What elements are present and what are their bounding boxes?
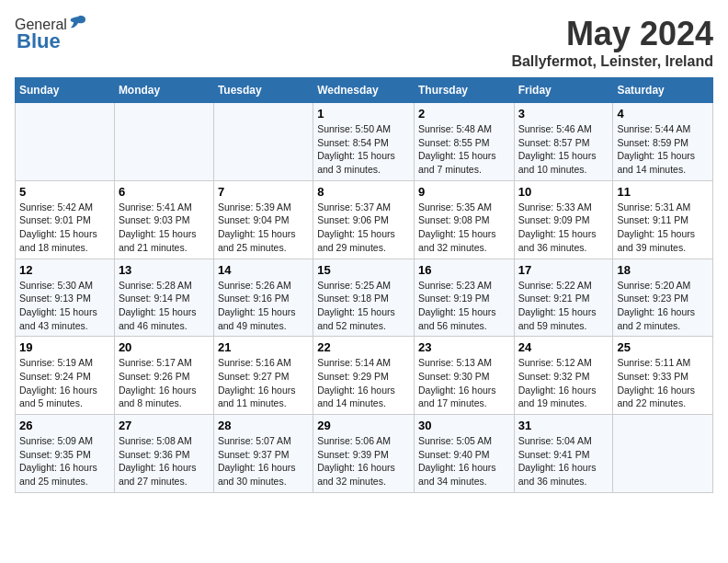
day-number: 17 [518, 263, 609, 277]
day-number: 16 [418, 263, 510, 277]
col-monday: Monday [114, 78, 213, 103]
day-info: Sunrise: 5:04 AMSunset: 9:41 PMDaylight:… [518, 434, 609, 488]
col-thursday: Thursday [414, 78, 514, 103]
day-number: 13 [119, 263, 210, 277]
calendar-cell: 23Sunrise: 5:13 AMSunset: 9:30 PMDayligh… [414, 337, 514, 415]
calendar-cell: 17Sunrise: 5:22 AMSunset: 9:21 PMDayligh… [514, 259, 613, 337]
calendar-cell: 22Sunrise: 5:14 AMSunset: 9:29 PMDayligh… [313, 337, 415, 415]
col-friday: Friday [514, 78, 613, 103]
calendar-cell: 24Sunrise: 5:12 AMSunset: 9:32 PMDayligh… [514, 337, 613, 415]
calendar-cell: 18Sunrise: 5:20 AMSunset: 9:23 PMDayligh… [613, 259, 713, 337]
calendar-cell: 28Sunrise: 5:07 AMSunset: 9:37 PMDayligh… [213, 415, 313, 493]
day-info: Sunrise: 5:07 AMSunset: 9:37 PMDaylight:… [218, 434, 309, 488]
calendar-cell [213, 103, 313, 181]
day-number: 31 [518, 419, 609, 432]
day-number: 25 [617, 340, 709, 354]
day-info: Sunrise: 5:11 AMSunset: 9:33 PMDaylight:… [617, 356, 709, 410]
day-info: Sunrise: 5:16 AMSunset: 9:27 PMDaylight:… [218, 356, 309, 410]
day-info: Sunrise: 5:46 AMSunset: 8:57 PMDaylight:… [518, 122, 609, 177]
day-info: Sunrise: 5:19 AMSunset: 9:24 PMDaylight:… [19, 356, 110, 410]
day-info: Sunrise: 5:05 AMSunset: 9:40 PMDaylight:… [418, 434, 510, 488]
day-info: Sunrise: 5:30 AMSunset: 9:13 PMDaylight:… [19, 279, 110, 333]
day-number: 8 [317, 185, 410, 199]
calendar-cell: 19Sunrise: 5:19 AMSunset: 9:24 PMDayligh… [16, 337, 115, 415]
day-info: Sunrise: 5:13 AMSunset: 9:30 PMDaylight:… [418, 356, 510, 410]
calendar-week-row: 12Sunrise: 5:30 AMSunset: 9:13 PMDayligh… [16, 259, 713, 337]
day-info: Sunrise: 5:39 AMSunset: 9:04 PMDaylight:… [218, 201, 309, 255]
day-number: 21 [218, 340, 309, 354]
day-info: Sunrise: 5:08 AMSunset: 9:36 PMDaylight:… [119, 434, 210, 488]
day-number: 26 [19, 419, 110, 432]
day-info: Sunrise: 5:06 AMSunset: 9:39 PMDaylight:… [317, 434, 410, 488]
calendar-cell: 6Sunrise: 5:41 AMSunset: 9:03 PMDaylight… [114, 180, 213, 259]
col-saturday: Saturday [613, 78, 713, 103]
day-info: Sunrise: 5:48 AMSunset: 8:55 PMDaylight:… [418, 122, 510, 177]
calendar-week-row: 1Sunrise: 5:50 AMSunset: 8:54 PMDaylight… [16, 103, 713, 181]
title-area: May 2024 Ballyfermot, Leinster, Ireland [511, 15, 713, 70]
calendar-cell [16, 103, 115, 181]
calendar-cell: 5Sunrise: 5:42 AMSunset: 9:01 PMDaylight… [16, 180, 115, 259]
day-number: 19 [19, 340, 110, 354]
day-number: 15 [317, 263, 410, 277]
day-info: Sunrise: 5:09 AMSunset: 9:35 PMDaylight:… [19, 434, 110, 488]
day-info: Sunrise: 5:20 AMSunset: 9:23 PMDaylight:… [617, 279, 709, 333]
day-number: 11 [617, 185, 709, 199]
day-number: 27 [119, 419, 210, 432]
day-number: 3 [518, 107, 609, 121]
day-info: Sunrise: 5:23 AMSunset: 9:19 PMDaylight:… [418, 279, 510, 333]
calendar-cell: 12Sunrise: 5:30 AMSunset: 9:13 PMDayligh… [16, 259, 115, 337]
day-info: Sunrise: 5:31 AMSunset: 9:11 PMDaylight:… [617, 201, 709, 255]
day-number: 6 [119, 185, 210, 199]
calendar-cell: 25Sunrise: 5:11 AMSunset: 9:33 PMDayligh… [613, 337, 713, 415]
day-number: 7 [218, 185, 309, 199]
day-info: Sunrise: 5:12 AMSunset: 9:32 PMDaylight:… [518, 356, 609, 410]
calendar-cell: 14Sunrise: 5:26 AMSunset: 9:16 PMDayligh… [213, 259, 313, 337]
day-info: Sunrise: 5:25 AMSunset: 9:18 PMDaylight:… [317, 279, 410, 333]
calendar-cell: 9Sunrise: 5:35 AMSunset: 9:08 PMDaylight… [414, 180, 514, 259]
day-info: Sunrise: 5:35 AMSunset: 9:08 PMDaylight:… [418, 201, 510, 255]
day-number: 14 [218, 263, 309, 277]
calendar-week-row: 19Sunrise: 5:19 AMSunset: 9:24 PMDayligh… [16, 337, 713, 415]
day-info: Sunrise: 5:33 AMSunset: 9:09 PMDaylight:… [518, 201, 609, 255]
calendar-cell: 26Sunrise: 5:09 AMSunset: 9:35 PMDayligh… [16, 415, 115, 493]
day-info: Sunrise: 5:41 AMSunset: 9:03 PMDaylight:… [119, 201, 210, 255]
day-number: 30 [418, 419, 510, 432]
col-sunday: Sunday [16, 78, 115, 103]
day-number: 12 [19, 263, 110, 277]
col-tuesday: Tuesday [213, 78, 313, 103]
calendar-week-row: 26Sunrise: 5:09 AMSunset: 9:35 PMDayligh… [16, 415, 713, 493]
calendar-cell: 20Sunrise: 5:17 AMSunset: 9:26 PMDayligh… [114, 337, 213, 415]
day-info: Sunrise: 5:44 AMSunset: 8:59 PMDaylight:… [617, 122, 709, 177]
calendar-cell: 27Sunrise: 5:08 AMSunset: 9:36 PMDayligh… [114, 415, 213, 493]
calendar-cell: 8Sunrise: 5:37 AMSunset: 9:06 PMDaylight… [313, 180, 415, 259]
calendar-cell: 21Sunrise: 5:16 AMSunset: 9:27 PMDayligh… [213, 337, 313, 415]
calendar-cell: 7Sunrise: 5:39 AMSunset: 9:04 PMDaylight… [213, 180, 313, 259]
day-number: 9 [418, 185, 510, 199]
calendar-cell: 31Sunrise: 5:04 AMSunset: 9:41 PMDayligh… [514, 415, 613, 493]
calendar-cell: 30Sunrise: 5:05 AMSunset: 9:40 PMDayligh… [414, 415, 514, 493]
calendar-cell [114, 103, 213, 181]
logo: General Blue [15, 15, 87, 53]
day-number: 24 [518, 340, 609, 354]
day-number: 28 [218, 419, 309, 432]
page-header: General Blue May 2024 Ballyfermot, Leins… [15, 15, 713, 70]
month-title: May 2024 [511, 15, 713, 53]
logo-blue-text: Blue [17, 29, 61, 53]
logo-bird-icon [69, 15, 87, 31]
day-number: 22 [317, 340, 410, 354]
calendar-cell: 10Sunrise: 5:33 AMSunset: 9:09 PMDayligh… [514, 180, 613, 259]
day-number: 18 [617, 263, 709, 277]
header-row: Sunday Monday Tuesday Wednesday Thursday… [16, 78, 713, 103]
day-info: Sunrise: 5:22 AMSunset: 9:21 PMDaylight:… [518, 279, 609, 333]
calendar-cell: 13Sunrise: 5:28 AMSunset: 9:14 PMDayligh… [114, 259, 213, 337]
day-number: 23 [418, 340, 510, 354]
day-info: Sunrise: 5:14 AMSunset: 9:29 PMDaylight:… [317, 356, 410, 410]
calendar-cell: 16Sunrise: 5:23 AMSunset: 9:19 PMDayligh… [414, 259, 514, 337]
calendar-table: Sunday Monday Tuesday Wednesday Thursday… [15, 77, 713, 493]
day-info: Sunrise: 5:26 AMSunset: 9:16 PMDaylight:… [218, 279, 309, 333]
calendar-body: 1Sunrise: 5:50 AMSunset: 8:54 PMDaylight… [16, 103, 713, 493]
calendar-cell: 11Sunrise: 5:31 AMSunset: 9:11 PMDayligh… [613, 180, 713, 259]
calendar-cell: 15Sunrise: 5:25 AMSunset: 9:18 PMDayligh… [313, 259, 415, 337]
day-number: 20 [119, 340, 210, 354]
day-number: 1 [317, 107, 410, 121]
